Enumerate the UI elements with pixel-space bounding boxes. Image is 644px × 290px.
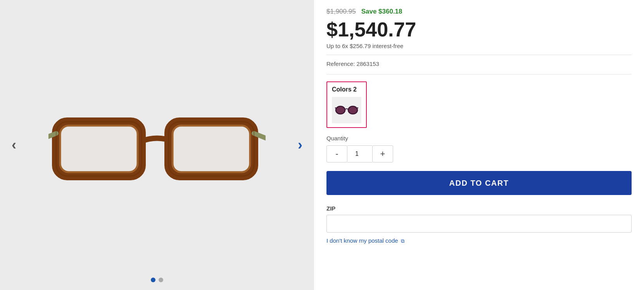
price-row: $1,900.95 Save $360.18 (326, 8, 632, 16)
dot-1[interactable] (151, 278, 155, 282)
dot-2[interactable] (159, 278, 163, 282)
postal-code-link[interactable]: I don't know my postal code ⧉ (326, 237, 404, 244)
svg-line-11 (357, 108, 358, 109)
zip-label: ZIP (326, 205, 632, 212)
product-image (48, 87, 266, 203)
svg-line-10 (335, 108, 336, 109)
prev-image-button[interactable]: ‹ (8, 133, 20, 157)
color-swatch-1[interactable] (332, 97, 361, 123)
info-panel: $1,900.95 Save $360.18 $1,540.77 Up to 6… (314, 0, 644, 290)
quantity-row: - + (326, 145, 632, 162)
zip-input[interactable] (326, 215, 632, 233)
reference-value: 2863153 (357, 60, 379, 67)
quantity-label: Quantity (326, 135, 632, 142)
external-link-icon: ⧉ (401, 238, 404, 244)
quantity-minus-button[interactable]: - (326, 145, 347, 162)
svg-rect-4 (60, 126, 138, 172)
svg-rect-5 (173, 126, 250, 172)
reference-number: Reference: 2863153 (326, 60, 632, 74)
colors-label: Colors 2 (332, 86, 361, 93)
add-to-cart-button[interactable]: ADD TO CART (326, 171, 632, 195)
next-image-button[interactable]: › (294, 133, 306, 157)
original-price: $1,900.95 (326, 8, 356, 16)
image-area: ‹ › (0, 11, 314, 279)
postal-link-text: I don't know my postal code (326, 237, 398, 244)
colors-box[interactable]: Colors 2 (326, 81, 367, 128)
carousel-dots (151, 278, 163, 282)
interest-free-text: Up to 6x $256.79 interest-free (326, 43, 632, 55)
quantity-plus-button[interactable]: + (372, 145, 393, 162)
swatch-image (335, 100, 358, 120)
reference-label: Reference: (326, 60, 355, 67)
product-image-panel: ‹ › (0, 0, 314, 290)
svg-point-8 (336, 106, 345, 114)
colors-section: Colors 2 (326, 81, 632, 128)
current-price: $1,540.77 (326, 18, 632, 41)
save-label: Save $360.18 (361, 8, 402, 16)
quantity-input[interactable] (347, 145, 372, 162)
svg-point-9 (348, 106, 357, 114)
